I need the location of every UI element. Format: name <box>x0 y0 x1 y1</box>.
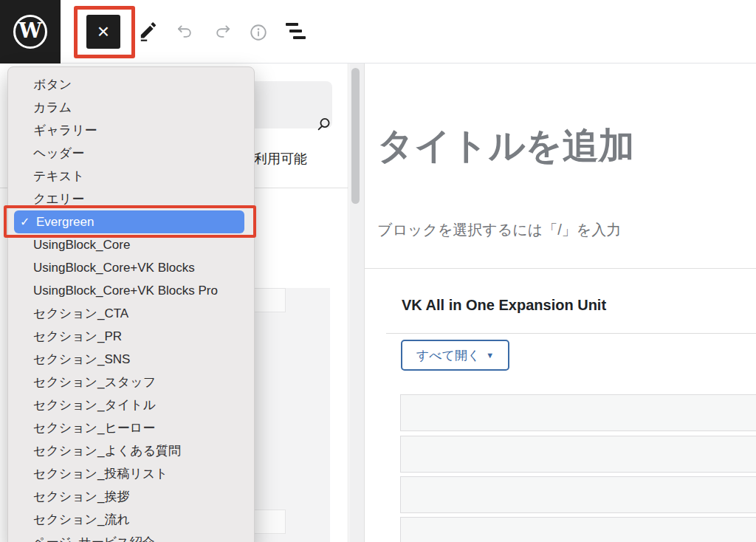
dropdown-item[interactable]: ✓ セクション_スタッフ <box>8 371 254 394</box>
dropdown-item[interactable]: ✓ UsingBlock_Core+VK Blocks <box>8 256 254 279</box>
dropdown-item-label: セクション_流れ <box>33 512 130 526</box>
dropdown-item-label: ギャラリー <box>33 123 97 137</box>
undo-icon[interactable] <box>175 22 194 41</box>
patterns-available-label: 利用可能 <box>254 150 307 168</box>
dropdown-item[interactable]: ✓ セクション_ヒーロー <box>8 416 254 439</box>
dropdown-item-label: UsingBlock_Core+VK Blocks Pro <box>33 284 218 298</box>
dropdown-item[interactable]: ✓ Evergreen <box>14 210 244 233</box>
metabox-title: VK All in One Expansion Unit <box>402 295 606 315</box>
dropdown-item-label: クエリー <box>33 192 84 206</box>
dropdown-item[interactable]: ✓ セクション_流れ <box>8 508 254 531</box>
post-body-placeholder[interactable]: ブロックを選択するには「/」を入力 <box>377 219 621 241</box>
dropdown-item[interactable]: ✓ ヘッダー <box>8 142 254 165</box>
dropdown-item[interactable]: ✓ セクション_SNS <box>8 348 254 371</box>
metabox-divider <box>365 268 756 269</box>
dropdown-item-label: セクション_よくある質問 <box>33 444 181 458</box>
accordion-row[interactable] <box>400 517 756 542</box>
dropdown-item-label: テキスト <box>33 169 85 183</box>
dropdown-item[interactable]: ✓ セクション_よくある質問 <box>8 439 254 462</box>
dropdown-item-label: Evergreen <box>36 215 94 229</box>
dropdown-item[interactable]: ✓ テキスト <box>8 165 254 188</box>
caret-down-icon: ▼ <box>486 351 494 360</box>
dropdown-item-label: UsingBlock_Core <box>33 238 130 252</box>
search-icon <box>314 114 334 135</box>
accordion-row[interactable] <box>400 476 756 513</box>
dropdown-item-label: セクション_CTA <box>33 306 128 320</box>
dropdown-item-label: セクション_挨拶 <box>33 490 129 504</box>
dropdown-item-label: セクション_スタッフ <box>33 375 156 389</box>
dropdown-item-label: セクション_投稿リスト <box>33 467 168 481</box>
list-view-icon[interactable] <box>286 21 308 42</box>
dropdown-item[interactable]: ✓ カラム <box>8 96 254 119</box>
dropdown-item[interactable]: ✓ セクション_挨拶 <box>8 485 254 508</box>
dropdown-item-label: ページ_サービス紹介 <box>33 535 154 542</box>
dropdown-item-label: セクション_ヒーロー <box>33 421 155 435</box>
editor-top-bar: W × <box>0 0 756 64</box>
dropdown-item[interactable]: ✓ クエリー <box>8 188 254 210</box>
info-icon[interactable] <box>249 23 268 42</box>
redo-icon[interactable] <box>213 22 233 41</box>
dropdown-item[interactable]: ✓ ギャラリー <box>8 119 254 142</box>
accordion-row[interactable] <box>400 436 756 473</box>
dropdown-item[interactable]: ✓ セクション_投稿リスト <box>8 462 254 485</box>
pattern-thumbnail <box>253 288 286 312</box>
dropdown-item-label: ヘッダー <box>33 146 84 160</box>
dropdown-item[interactable]: ✓ セクション_CTA <box>8 302 254 325</box>
inserter-scrollbar[interactable] <box>351 68 360 204</box>
editor-canvas: タイトルを追加 ブロックを選択するには「/」を入力 VK All in One … <box>364 64 756 542</box>
dropdown-item[interactable]: ✓ ページ_サービス紹介 <box>8 531 254 542</box>
edit-mode-pencil-icon[interactable] <box>137 20 159 43</box>
wordpress-logo-button[interactable]: W <box>0 0 61 64</box>
dropdown-item-label: UsingBlock_Core+VK Blocks <box>33 261 195 275</box>
dropdown-item[interactable]: ✓ UsingBlock_Core+VK Blocks Pro <box>8 279 254 302</box>
post-title-placeholder[interactable]: タイトルを追加 <box>377 123 635 169</box>
dropdown-item-label: セクション_PR <box>33 329 122 343</box>
dropdown-item[interactable]: ✓ セクション_タイトル <box>8 394 254 416</box>
close-icon: × <box>97 20 109 43</box>
close-inserter-button[interactable]: × <box>86 15 120 49</box>
accordion-row[interactable] <box>400 394 756 431</box>
dropdown-item-label: ボタン <box>33 78 72 92</box>
wordpress-editor: 利用可能 タイトルを追加 ブロックを選択するには「/」を入力 VK All in… <box>0 0 756 542</box>
expand-all-button[interactable]: すべて開く ▼ <box>401 340 509 371</box>
wordpress-logo-icon: W <box>13 15 47 49</box>
dropdown-item[interactable]: ✓ UsingBlock_Core <box>8 233 254 256</box>
pattern-thumbnail <box>253 510 286 534</box>
dropdown-item-label: カラム <box>33 100 72 114</box>
metabox-title-divider <box>386 333 756 334</box>
dropdown-item-label: セクション_SNS <box>33 352 130 366</box>
pattern-category-dropdown: ✓ ボタン ✓ カラム ✓ ギャラリー ✓ ヘッダー ✓ テキスト ✓ クエリー… <box>7 66 255 542</box>
dropdown-item[interactable]: ✓ セクション_PR <box>8 325 254 348</box>
expand-all-label: すべて開く <box>416 347 481 364</box>
dropdown-item[interactable]: ✓ ボタン <box>8 73 254 96</box>
checkmark-icon: ✓ <box>20 210 30 233</box>
dropdown-item-label: セクション_タイトル <box>33 398 156 412</box>
